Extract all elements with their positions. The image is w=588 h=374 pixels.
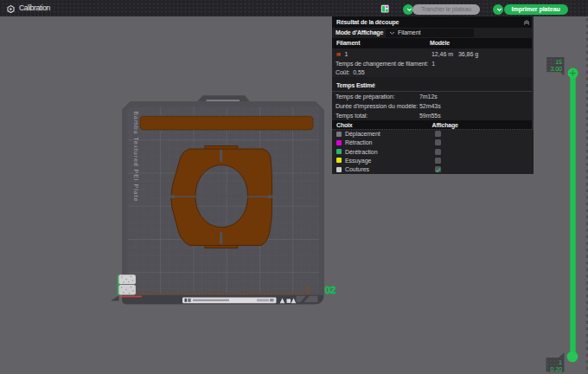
- svg-text:Bambu Textured PEI Plate: Bambu Textured PEI Plate: [132, 112, 139, 203]
- svg-text:02: 02: [325, 284, 336, 296]
- svg-text:3.00: 3.00: [550, 67, 562, 73]
- svg-text:1: 1: [559, 360, 562, 366]
- svg-text:15: 15: [555, 60, 562, 66]
- svg-text:0.20: 0.20: [550, 367, 562, 373]
